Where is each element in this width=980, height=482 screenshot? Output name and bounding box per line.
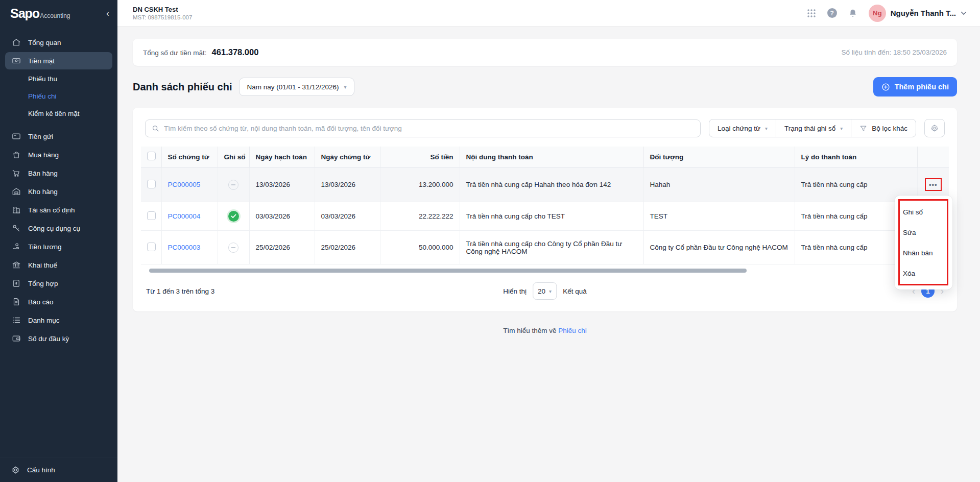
sidebar-item-danh-muc[interactable]: Danh mục [5,311,112,329]
cart-icon [11,168,21,178]
scrollbar-thumb[interactable] [149,269,747,273]
sidebar-nav: Tổng quan Tiền mặt Phiếu thu Phiếu chi K… [0,27,117,457]
brand-name: Sapo [10,6,39,20]
col-amount: Số tiền [380,147,460,167]
sidebar-item-label: Tổng quan [28,39,61,46]
col-voucher-no: Số chứng từ [161,147,218,167]
filter-posting-status[interactable]: Trạng thái ghi sổ ▾ [776,119,851,137]
table-row[interactable]: PC000005 13/03/2026 13/03/2026 13.200.00… [141,167,949,202]
sidebar-item-tien-gui[interactable]: Tiền gửi [5,128,112,145]
caret-down-icon: ▾ [344,84,347,90]
row-checkbox[interactable] [147,243,156,251]
sidebar-item-label: Số dư đầu kỳ [28,335,69,343]
sidebar-item-label: Phiếu chi [28,92,57,100]
search-icon [152,125,159,132]
sidebar-item-kho-hang[interactable]: Kho hàng [5,183,112,200]
posted-check-icon [228,211,239,222]
col-voucher-date: Ngày chứng từ [315,147,380,167]
menu-item-sua[interactable]: Sửa [895,222,952,243]
period-filter-dropdown[interactable]: Năm nay (01/01 - 31/12/2026) ▾ [239,78,354,96]
row-actions-button[interactable]: ••• [929,181,938,188]
search-box [145,119,701,137]
user-menu[interactable]: Ng Nguyễn Thanh T... [869,5,967,22]
posting-date-cell: 13/03/2026 [249,167,315,202]
col-content: Nội dung thanh toán [460,147,643,167]
annotation-red-box: ••• [925,178,942,191]
sidebar-item-label: Kiểm kê tiền mặt [28,110,80,117]
sidebar-item-ban-hang[interactable]: Bán hàng [5,164,112,182]
sidebar-item-bao-cao[interactable]: Báo cáo [5,293,112,310]
sidebar-item-phieu-chi[interactable]: Phiếu chi [5,88,112,104]
voucher-link[interactable]: PC000004 [168,212,201,220]
table-row[interactable]: PC000004 03/03/2026 03/03/2026 22.222.22… [141,202,949,231]
select-all-checkbox[interactable] [147,152,156,160]
search-input[interactable] [164,125,694,132]
amount-cell: 22.222.222 [380,202,460,231]
sidebar-item-tien-luong[interactable]: Tiền lương [5,238,112,255]
list-icon [11,316,21,325]
plus-circle-icon [881,83,890,91]
bank-card-icon [11,132,21,141]
menu-item-nhan-ban[interactable]: Nhân bản [895,243,952,263]
table-row[interactable]: PC000003 25/02/2026 25/02/2026 50.000.00… [141,231,949,264]
caret-down-icon: ▾ [765,126,768,131]
partner-cell: Công ty Cổ phần Đầu tư Công nghệ HACOM [643,231,795,264]
content-cell: Trả tiền nhà cung cấp Hahah theo hóa đơn… [460,167,643,202]
chevron-down-icon [961,11,967,15]
menu-item-xoa[interactable]: Xóa [895,263,952,283]
filter-label: Trạng thái ghi sổ [784,125,835,132]
help-icon[interactable]: ? [827,8,837,18]
add-payment-voucher-button[interactable]: Thêm phiếu chi [873,77,957,97]
company-info: DN CSKH Test MST: 0987519815-007 [133,6,192,20]
salary-hand-icon [11,242,21,252]
table-settings-button[interactable] [924,119,945,137]
voucher-list-card: Loại chứng từ ▾ Trạng thái ghi sổ ▾ Bộ l… [133,108,957,311]
sidebar-item-tong-hop[interactable]: Tổng hợp [5,275,112,292]
sidebar-item-tong-quan[interactable]: Tổng quan [5,34,112,51]
shopping-bag-icon [11,150,21,160]
app-root: SapoAccounting ‹ Tổng quan Tiền mặt Phiế… [0,0,980,482]
sidebar-item-tai-san-co-dinh[interactable]: Tài sản cố định [5,201,112,219]
row-checkbox[interactable] [147,180,156,188]
sidebar-item-label: Báo cáo [28,298,54,306]
sidebar-item-cong-cu-dung-cu[interactable]: Công cụ dụng cụ [5,220,112,237]
col-reason: Lý do thanh toán [795,147,917,167]
sidebar-item-khai-thue[interactable]: Khai thuế [5,256,112,274]
sidebar-item-tien-mat[interactable]: Tiền mặt [5,52,112,69]
voucher-link[interactable]: PC000005 [168,181,201,188]
caret-down-icon: ▾ [840,126,843,131]
learn-more-link[interactable]: Phiếu chi [558,327,587,334]
gear-icon [930,124,939,132]
sidebar-item-label: Tổng hợp [28,280,58,287]
building-icon [11,205,21,215]
page-size-select[interactable]: 20 ▾ [533,282,557,300]
row-checkbox[interactable] [147,211,156,220]
filter-more[interactable]: Bộ lọc khác [851,119,916,137]
bell-icon[interactable] [848,8,857,18]
sidebar-item-kiem-ke-tien-mat[interactable]: Kiểm kê tiền mặt [5,105,112,122]
menu-item-ghi-so[interactable]: Ghi sổ [895,202,952,222]
col-posted: Ghi sổ [218,147,249,167]
sidebar-item-so-du-dau-ky[interactable]: Số dư đầu kỳ [5,330,112,347]
apps-grid-icon[interactable] [807,9,816,18]
posting-date-cell: 25/02/2026 [249,231,315,264]
user-name: Nguyễn Thanh T... [891,9,956,17]
voucher-date-cell: 25/02/2026 [315,231,380,264]
sidebar-footer-label: Cấu hình [27,466,55,474]
filter-document-type[interactable]: Loại chứng từ ▾ [709,119,776,137]
cash-icon [11,56,21,66]
sidebar-item-mua-hang[interactable]: Mua hàng [5,146,112,163]
sidebar-collapse-icon[interactable]: ‹ [106,9,109,18]
filter-label: Bộ lọc khác [872,125,907,132]
sidebar-item-phieu-thu[interactable]: Phiếu thu [5,70,112,87]
cash-balance-summary: Tổng số dư tiền mặt: 461.378.000 Số liệu… [133,39,957,66]
voucher-link[interactable]: PC000003 [168,244,201,251]
warehouse-icon [11,187,21,197]
filter-group: Loại chứng từ ▾ Trạng thái ghi sổ ▾ Bộ l… [709,119,916,137]
sidebar-item-cau-hinh[interactable]: Cấu hình [0,457,117,482]
sapo-logo: SapoAccounting [10,6,70,21]
row-context-menu: Ghi sổ Sửa Nhân bản Xóa [895,196,952,290]
topbar: DN CSKH Test MST: 0987519815-007 ? Ng Ng… [117,0,980,27]
data-as-of: Số liệu tính đến: 18:50 25/03/2026 [842,49,947,56]
title-row: Danh sách phiếu chi Năm nay (01/01 - 31/… [133,77,957,97]
